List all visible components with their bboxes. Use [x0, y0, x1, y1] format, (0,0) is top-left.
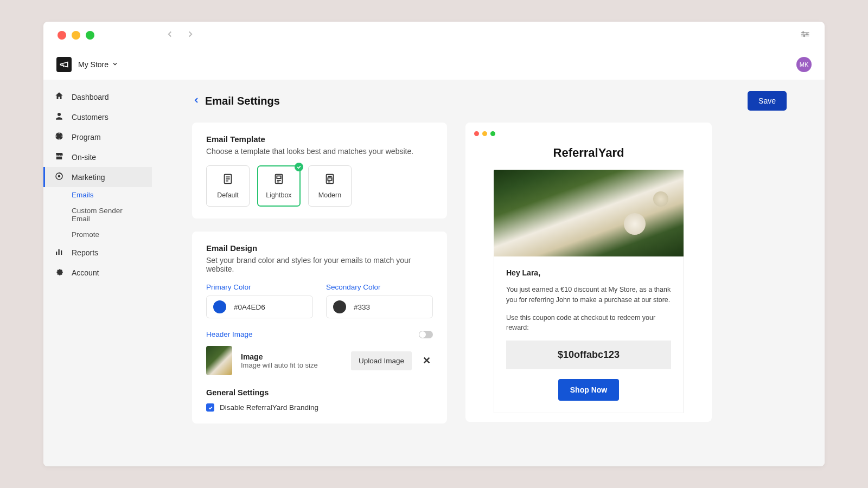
- secondary-color-input[interactable]: #333: [326, 296, 433, 318]
- svg-rect-11: [59, 249, 60, 255]
- avatar[interactable]: MK: [796, 57, 812, 72]
- svg-rect-18: [277, 176, 280, 179]
- template-label: Default: [217, 191, 239, 199]
- image-thumbnail: [206, 346, 232, 375]
- nav-arrows: [165, 29, 195, 41]
- template-default[interactable]: Default: [206, 165, 250, 207]
- settings-column: Email Template Choose a template that lo…: [192, 123, 447, 423]
- image-upload-row: Image Image will auto fit to size Upload…: [206, 346, 433, 375]
- svg-rect-12: [61, 251, 62, 255]
- sidebar-item-program[interactable]: Program: [43, 127, 152, 147]
- sidebar-sub-custom-sender[interactable]: Custom Sender Email: [43, 203, 152, 227]
- sidebar-item-label: Program: [72, 133, 101, 142]
- header-image-toggle[interactable]: [419, 331, 433, 338]
- email-design-card: Email Design Set your brand color and st…: [192, 232, 447, 423]
- sidebar-sub-promote[interactable]: Promote: [43, 227, 152, 242]
- compass-icon: [54, 131, 64, 143]
- disable-branding-label: Disable ReferralYard Branding: [220, 403, 318, 412]
- preview-text-2: Use this coupon code at checkout to rede…: [506, 313, 671, 333]
- sidebar-item-label: Account: [72, 268, 99, 277]
- document-icon: [222, 173, 234, 187]
- svg-rect-10: [56, 252, 57, 255]
- template-label: Lightbox: [266, 191, 291, 199]
- sidebar-item-label: On-site: [72, 153, 96, 162]
- preview-brand: ReferralYard: [494, 146, 684, 160]
- store-icon: [54, 151, 64, 163]
- svg-point-4: [806, 34, 808, 35]
- primary-color-value: #0A4ED6: [234, 303, 265, 311]
- remove-image-button[interactable]: ✕: [420, 355, 433, 367]
- titlebar: [43, 22, 825, 49]
- sidebar-item-marketing[interactable]: Marketing: [43, 167, 152, 187]
- svg-point-5: [803, 35, 805, 37]
- header-image-row: Header Image: [206, 330, 433, 338]
- email-template-card: Email Template Choose a template that lo…: [192, 123, 447, 219]
- template-options: Default Lightbox Modern: [206, 165, 433, 207]
- image-info: Image Image will auto fit to size: [241, 352, 342, 369]
- content-row: Email Template Choose a template that lo…: [192, 123, 787, 423]
- sidebar: Dashboard Customers Program On-site Mark…: [43, 80, 152, 466]
- user-icon: [54, 111, 64, 123]
- sidebar-item-label: Reports: [72, 248, 98, 257]
- preview-inner: ReferralYard Hey Lara, You just earned a…: [474, 146, 703, 413]
- sidebar-item-label: Customers: [72, 113, 108, 121]
- disable-branding-row[interactable]: Disable ReferralYard Branding: [206, 403, 433, 412]
- store-name-label: My Store: [78, 60, 108, 69]
- coupon-code: $10offabc123: [506, 341, 671, 369]
- shop-now-button[interactable]: Shop Now: [558, 379, 619, 401]
- chart-icon: [54, 247, 64, 258]
- card-title: Email Template: [206, 134, 433, 144]
- preview-body: Hey Lara, You just earned a €10 discount…: [494, 256, 684, 413]
- page-title: Email Settings: [192, 95, 280, 107]
- upload-image-button[interactable]: Upload Image: [351, 351, 412, 370]
- dot-green-icon: [490, 131, 495, 136]
- sidebar-item-dashboard[interactable]: Dashboard: [43, 87, 152, 107]
- primary-color-input[interactable]: #0A4ED6: [206, 296, 313, 318]
- main-content: Email Settings Save Email Template Choos…: [152, 80, 825, 466]
- target-icon: [54, 171, 64, 183]
- sidebar-item-label: Dashboard: [72, 93, 109, 101]
- app-window: My Store MK Dashboard Customers Program …: [43, 22, 825, 466]
- svg-point-3: [802, 31, 804, 33]
- store-selector[interactable]: My Store: [78, 60, 118, 69]
- secondary-color-swatch: [333, 300, 346, 313]
- secondary-color-field: Secondary Color #333: [326, 283, 433, 318]
- general-settings-title: General Settings: [206, 388, 433, 397]
- sidebar-item-customers[interactable]: Customers: [43, 107, 152, 127]
- template-lightbox[interactable]: Lightbox: [257, 165, 301, 207]
- preview-window-dots: [474, 131, 703, 136]
- svg-point-9: [59, 176, 60, 177]
- sidebar-item-onsite[interactable]: On-site: [43, 147, 152, 167]
- card-description: Choose a template that looks best and ma…: [206, 147, 433, 156]
- dot-yellow-icon: [482, 131, 487, 136]
- body: Dashboard Customers Program On-site Mark…: [43, 80, 825, 466]
- card-title: Email Design: [206, 243, 433, 253]
- sidebar-item-reports[interactable]: Reports: [43, 242, 152, 262]
- gear-icon: [54, 267, 64, 278]
- close-window-icon[interactable]: [58, 31, 66, 40]
- settings-icon[interactable]: [800, 29, 810, 42]
- brand-icon: [56, 57, 72, 72]
- card-description: Set your brand color and styles for your…: [206, 256, 433, 273]
- save-button[interactable]: Save: [748, 91, 787, 111]
- topbar: My Store MK: [43, 49, 825, 80]
- primary-color-swatch: [213, 300, 226, 313]
- template-modern[interactable]: Modern: [308, 165, 352, 207]
- checkbox-checked-icon: [206, 403, 214, 412]
- home-icon: [54, 91, 64, 102]
- minimize-window-icon[interactable]: [72, 31, 80, 40]
- forward-button[interactable]: [186, 29, 195, 41]
- sidebar-item-account[interactable]: Account: [43, 262, 152, 282]
- brand: My Store: [56, 57, 118, 72]
- back-button[interactable]: [165, 29, 175, 41]
- sidebar-sub-emails[interactable]: Emails: [43, 187, 152, 203]
- layout-icon: [324, 173, 336, 187]
- dot-red-icon: [474, 131, 479, 136]
- template-label: Modern: [318, 191, 341, 199]
- color-row: Primary Color #0A4ED6 Secondary Color: [206, 283, 433, 318]
- svg-rect-23: [328, 178, 331, 181]
- preview-text-1: You just earned a €10 discount at My Sto…: [506, 285, 671, 305]
- maximize-window-icon[interactable]: [86, 31, 94, 40]
- chevron-down-icon: [112, 60, 118, 69]
- back-icon[interactable]: [192, 95, 201, 107]
